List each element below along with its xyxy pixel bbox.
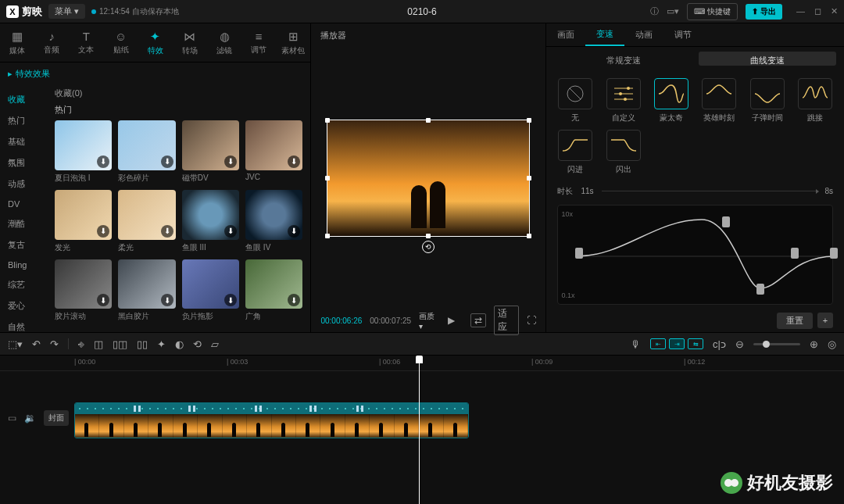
menu-button[interactable]: 菜单 ▾ — [48, 4, 85, 19]
download-icon[interactable]: ⬇ — [97, 225, 109, 238]
asset-tab-6[interactable]: ◍滤镜 — [207, 23, 241, 62]
category-热门[interactable]: 热门 — [0, 110, 47, 131]
zoom-in-icon[interactable]: ⊕ — [810, 338, 818, 350]
curve-box[interactable] — [798, 78, 832, 109]
download-icon[interactable]: ⬇ — [288, 294, 300, 306]
layout-icon[interactable]: ▭▾ — [667, 6, 679, 16]
shortcut-button[interactable]: ⌨ 快捷键 — [687, 3, 738, 20]
asset-tab-4[interactable]: ✦特效 — [138, 23, 173, 62]
asset-tab-8[interactable]: ⊞素材包 — [276, 23, 310, 62]
category-氛围[interactable]: 氛围 — [0, 152, 47, 173]
resize-handle-b[interactable] — [426, 234, 431, 238]
zoom-fit-icon[interactable]: ◎ — [828, 338, 836, 350]
download-icon[interactable]: ⬇ — [161, 225, 173, 238]
curve-point[interactable] — [722, 216, 730, 227]
playhead[interactable] — [419, 356, 420, 504]
mute-icon[interactable]: 🔉 — [24, 413, 36, 424]
inspector-tab-变速[interactable]: 变速 — [585, 23, 624, 46]
snap-2[interactable]: ⇥ — [669, 338, 685, 349]
curve-point[interactable] — [575, 248, 583, 259]
select-tool-icon[interactable]: ⬚▾ — [8, 338, 23, 350]
category-潮酷[interactable]: 潮酷 — [0, 213, 47, 234]
curve-point[interactable] — [791, 248, 799, 259]
asset-tab-7[interactable]: ≡调节 — [241, 23, 276, 62]
zoom-out-icon[interactable]: ⊖ — [735, 338, 744, 350]
inspector-tab-动画[interactable]: 动画 — [624, 23, 663, 46]
undo-icon[interactable]: ↶ — [32, 338, 41, 350]
curve-point[interactable] — [830, 248, 838, 259]
resize-handle-br[interactable] — [527, 234, 531, 238]
link-icon[interactable]: c|ɔ — [713, 338, 726, 350]
category-基础[interactable]: 基础 — [0, 131, 47, 152]
asset-tab-1[interactable]: ♪音频 — [34, 23, 69, 62]
play-icon[interactable]: ▶ — [448, 315, 455, 326]
redo-icon[interactable]: ↷ — [50, 338, 59, 350]
resize-handle-tl[interactable] — [325, 118, 330, 123]
asset-tab-0[interactable]: ▦媒体 — [0, 23, 34, 62]
category-Bling[interactable]: Bling — [0, 256, 47, 274]
download-icon[interactable]: ⬇ — [224, 294, 237, 306]
asset-tab-3[interactable]: ☺贴纸 — [103, 23, 138, 62]
effect-item[interactable]: ⬇广角 — [245, 259, 302, 323]
curve-preset-3[interactable]: 英雄时刻 — [699, 78, 740, 123]
help-icon[interactable]: ⓘ — [650, 5, 659, 17]
inspector-tab-调节[interactable]: 调节 — [663, 23, 703, 46]
download-icon[interactable]: ⬇ — [224, 155, 237, 168]
curve-preset-4[interactable]: 子弹时间 — [746, 78, 788, 123]
maximize-icon[interactable]: ◻ — [814, 6, 821, 16]
curve-preset-5[interactable]: 跳接 — [795, 78, 836, 123]
video-clip[interactable] — [74, 402, 469, 438]
split-icon[interactable]: ⎆ — [78, 338, 84, 350]
effect-item[interactable]: ⬇磁带DV — [182, 120, 239, 184]
effect-item[interactable]: ⬇负片拖影 — [182, 259, 239, 323]
curve-preset-0[interactable]: 无 — [554, 78, 595, 123]
ratio-button[interactable]: 适应 — [494, 306, 520, 335]
reset-button[interactable]: 重置 — [777, 313, 813, 329]
resize-handle-bl[interactable] — [325, 234, 330, 238]
download-icon[interactable]: ⬇ — [224, 225, 237, 238]
zoom-knob[interactable] — [763, 341, 770, 348]
curve-box[interactable] — [606, 130, 641, 161]
speed-subtab-1[interactable]: 曲线变速 — [699, 52, 836, 66]
zoom-slider[interactable] — [753, 343, 800, 345]
effect-item[interactable]: ⬇鱼眼 III — [182, 190, 239, 253]
snap-1[interactable]: ⇤ — [650, 338, 666, 349]
fullscreen-icon[interactable]: ⛶ — [527, 315, 536, 326]
download-icon[interactable]: ⬇ — [97, 155, 109, 168]
track-area[interactable]: ▭ 🔉 封面 — [0, 371, 844, 402]
category-动感[interactable]: 动感 — [0, 173, 47, 195]
export-button[interactable]: ⬆ 导出 — [746, 4, 782, 20]
curve-box[interactable] — [558, 130, 592, 161]
download-icon[interactable]: ⬇ — [97, 294, 109, 306]
snap-3[interactable]: ⇆ — [688, 338, 703, 349]
effect-item[interactable]: ⬇夏日泡泡 I — [55, 120, 112, 184]
curve-box[interactable] — [606, 78, 641, 109]
video-canvas[interactable]: ⟲ — [327, 120, 530, 237]
cover-button[interactable]: 封面 — [44, 410, 69, 426]
curve-box[interactable] — [750, 78, 785, 109]
timeline[interactable]: | 00:00| 00:03| 00:06| 00:09| 00:12 ▭ 🔉 … — [0, 356, 844, 504]
category-综艺[interactable]: 综艺 — [0, 274, 47, 295]
mirror-icon[interactable]: ⟲ — [193, 338, 202, 350]
add-point-button[interactable]: + — [817, 313, 833, 328]
delete-right-icon[interactable]: ▯◫ — [113, 338, 127, 350]
effect-item[interactable]: ⬇鱼眼 IV — [245, 190, 302, 253]
download-icon[interactable]: ⬇ — [161, 155, 173, 168]
asset-subheader[interactable]: ▸ 特效效果 — [0, 63, 310, 84]
curve-preset-6[interactable]: 闪进 — [554, 130, 595, 175]
asset-tab-5[interactable]: ⋈转场 — [173, 23, 207, 62]
curve-point[interactable] — [756, 284, 764, 295]
inspector-tab-画面[interactable]: 画面 — [546, 23, 585, 46]
download-icon[interactable]: ⬇ — [288, 155, 300, 168]
curve-preset-1[interactable]: 自定义 — [603, 78, 644, 123]
rotate-handle[interactable]: ⟲ — [422, 241, 435, 253]
curve-box[interactable] — [654, 78, 688, 109]
quality-selector[interactable]: 画质 ▾ — [419, 311, 439, 331]
resize-handle-r[interactable] — [527, 176, 531, 181]
asset-tab-2[interactable]: T文本 — [69, 23, 103, 62]
crop-icon[interactable]: ▱ — [211, 338, 219, 350]
download-icon[interactable]: ⬇ — [161, 294, 173, 306]
toggle-track-icon[interactable]: ▭ — [8, 413, 16, 424]
minimize-icon[interactable]: — — [796, 6, 805, 16]
reverse-icon[interactable]: ◐ — [175, 338, 184, 350]
